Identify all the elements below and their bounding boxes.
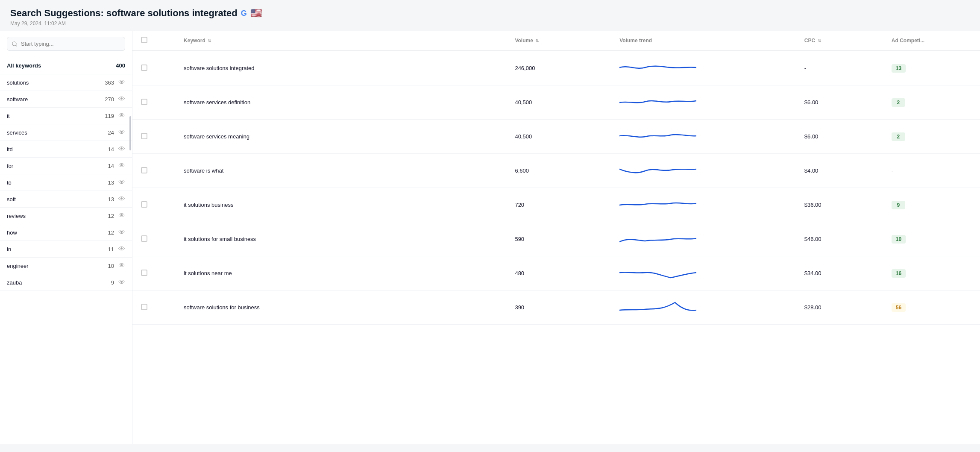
row-checkbox[interactable] (141, 270, 147, 276)
sidebar-keyword-item[interactable]: zauba 9 👁 (0, 274, 132, 291)
sidebar: All keywords 400 solutions 363 👁 softwar… (0, 31, 132, 444)
page-header: Search Suggestions: software solutions i… (0, 0, 980, 31)
keyword-label: solutions (7, 79, 29, 86)
sidebar-keyword-item[interactable]: how 12 👁 (0, 224, 132, 241)
eye-icon[interactable]: 👁 (118, 162, 125, 170)
keyword-sort-icon[interactable]: ⇅ (208, 38, 211, 43)
eye-icon[interactable]: 👁 (118, 112, 125, 120)
page-title: Search Suggestions: software solutions i… (10, 8, 970, 19)
row-checkbox-cell (132, 256, 177, 291)
eye-icon[interactable]: 👁 (118, 229, 125, 236)
sidebar-keyword-item[interactable]: software 270 👁 (0, 91, 132, 108)
keyword-count: 12 (108, 229, 114, 236)
keywords-table: Keyword ⇅ Volume ⇅ Volume trend CPC ⇅ (132, 31, 980, 325)
eye-icon[interactable]: 👁 (118, 145, 125, 153)
header-checkbox-col (132, 31, 177, 51)
row-cpc: $36.00 (798, 188, 885, 222)
trend-chart (619, 196, 696, 213)
ad-badge: 16 (892, 269, 906, 278)
eye-icon[interactable]: 👁 (118, 262, 125, 270)
search-input[interactable] (7, 37, 125, 51)
ad-badge: 9 (892, 201, 905, 209)
row-keyword: software is what (177, 154, 508, 188)
volume-sort-icon[interactable]: ⇅ (535, 38, 539, 43)
row-keyword: it solutions for small business (177, 222, 508, 256)
trend-chart (619, 298, 696, 315)
eye-icon[interactable]: 👁 (118, 279, 125, 286)
keyword-count: 10 (108, 263, 114, 269)
row-volume: 390 (508, 291, 613, 325)
flag-icon: 🇺🇸 (250, 8, 262, 19)
ad-badge: 2 (892, 132, 905, 141)
keyword-label: software (7, 96, 28, 103)
row-checkbox-cell (132, 188, 177, 222)
all-keywords-row: All keywords 400 (0, 57, 132, 74)
row-ad-competition: 9 (885, 188, 980, 222)
row-checkbox[interactable] (141, 235, 147, 242)
row-cpc: - (798, 51, 885, 85)
sidebar-keyword-item[interactable]: for 14 👁 (0, 158, 132, 174)
sidebar-keyword-item[interactable]: soft 13 👁 (0, 191, 132, 208)
all-keywords-label: All keywords (7, 62, 41, 69)
keyword-label: engineer (7, 263, 29, 269)
row-checkbox-cell (132, 120, 177, 154)
row-volume: 246,000 (508, 51, 613, 85)
keyword-label: services (7, 129, 27, 136)
trend-chart (619, 59, 696, 76)
keyword-count: 9 (111, 279, 114, 286)
table-row: software solutions for business 390 $28.… (132, 291, 980, 325)
eye-icon[interactable]: 👁 (118, 195, 125, 203)
ad-dash: - (892, 167, 893, 174)
row-checkbox[interactable] (141, 304, 147, 310)
keyword-label: it (7, 113, 10, 119)
eye-icon[interactable]: 👁 (118, 179, 125, 186)
row-volume: 6,600 (508, 154, 613, 188)
select-all-checkbox[interactable] (141, 37, 147, 43)
row-ad-competition: 2 (885, 120, 980, 154)
table-row: it solutions near me 480 $34.00 16 (132, 256, 980, 291)
eye-icon[interactable]: 👁 (118, 212, 125, 220)
eye-icon[interactable]: 👁 (118, 79, 125, 86)
main-layout: All keywords 400 solutions 363 👁 softwar… (0, 31, 980, 444)
row-checkbox[interactable] (141, 133, 147, 139)
header-volume: Volume ⇅ (508, 31, 613, 51)
table-row: software services meaning 40,500 $6.00 2 (132, 120, 980, 154)
sidebar-keyword-item[interactable]: in 11 👁 (0, 241, 132, 258)
sidebar-keyword-item[interactable]: reviews 12 👁 (0, 208, 132, 224)
ad-badge: 56 (892, 303, 906, 312)
row-volume: 720 (508, 188, 613, 222)
row-ad-competition: 13 (885, 51, 980, 85)
row-ad-competition: - (885, 154, 980, 188)
row-checkbox-cell (132, 51, 177, 85)
eye-icon[interactable]: 👁 (118, 245, 125, 253)
header-keyword: Keyword ⇅ (177, 31, 508, 51)
keyword-count: 13 (108, 179, 114, 186)
row-checkbox[interactable] (141, 167, 147, 173)
row-keyword: software services meaning (177, 120, 508, 154)
row-checkbox[interactable] (141, 65, 147, 71)
trend-chart (619, 230, 696, 247)
keyword-count: 14 (108, 163, 114, 169)
sidebar-keyword-item[interactable]: to 13 👁 (0, 174, 132, 191)
sidebar-keyword-item[interactable]: ltd 14 👁 (0, 141, 132, 158)
row-cpc: $34.00 (798, 256, 885, 291)
sidebar-keyword-item[interactable]: engineer 10 👁 (0, 258, 132, 274)
eye-icon[interactable]: 👁 (118, 95, 125, 103)
row-cpc: $4.00 (798, 154, 885, 188)
keyword-count: 363 (105, 79, 114, 86)
row-trend (613, 51, 798, 85)
row-cpc: $28.00 (798, 291, 885, 325)
sidebar-keyword-item[interactable]: services 24 👁 (0, 124, 132, 141)
keyword-count: 14 (108, 146, 114, 153)
cpc-sort-icon[interactable]: ⇅ (818, 38, 821, 43)
row-cpc: $6.00 (798, 120, 885, 154)
eye-icon[interactable]: 👁 (118, 129, 125, 136)
row-checkbox[interactable] (141, 99, 147, 105)
sidebar-keyword-item[interactable]: it 119 👁 (0, 108, 132, 124)
row-checkbox[interactable] (141, 201, 147, 208)
sidebar-scroll-indicator (129, 116, 131, 150)
keyword-count: 119 (105, 113, 114, 119)
sidebar-keyword-item[interactable]: solutions 363 👁 (0, 74, 132, 91)
trend-chart (619, 264, 696, 281)
row-checkbox-cell (132, 291, 177, 325)
